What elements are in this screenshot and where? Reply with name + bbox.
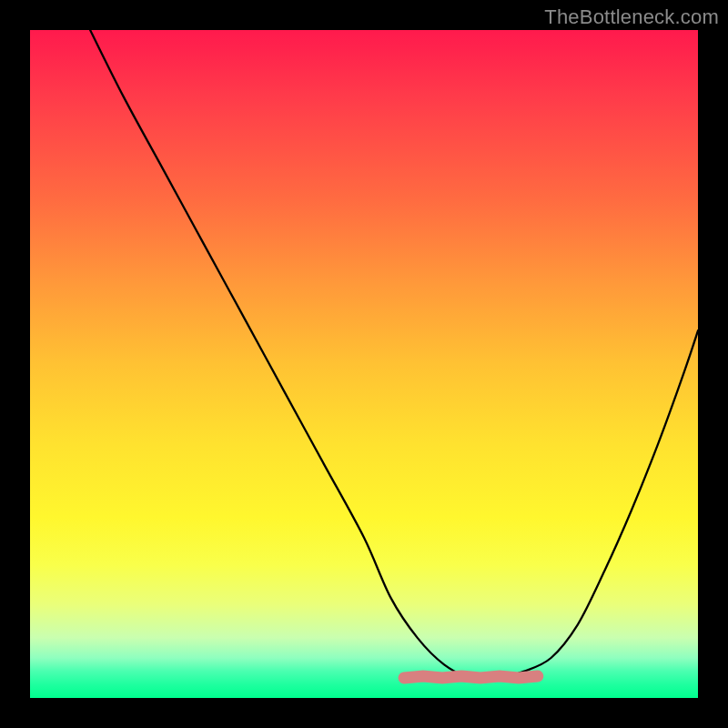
watermark-text: TheBottleneck.com xyxy=(544,5,719,29)
bottleneck-curve xyxy=(90,30,698,679)
curve-layer xyxy=(30,30,698,698)
plot-area xyxy=(30,30,698,698)
chart-frame: TheBottleneck.com xyxy=(0,0,728,728)
flat-region-highlight xyxy=(404,676,538,678)
